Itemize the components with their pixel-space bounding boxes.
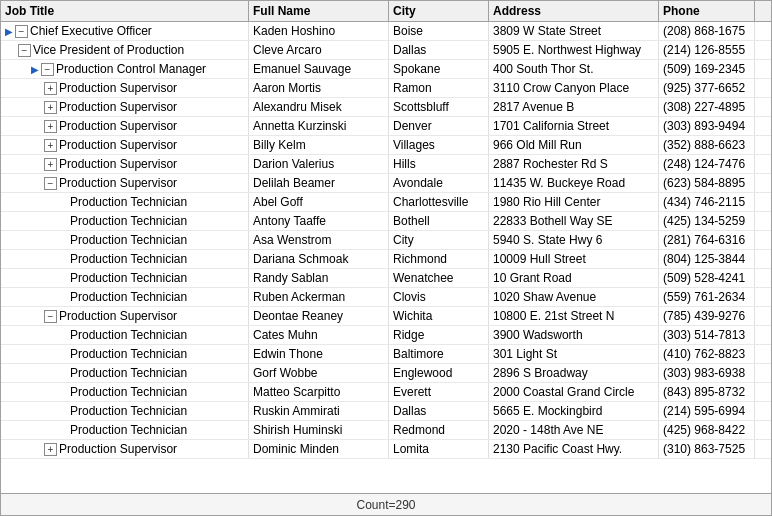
expand-icon[interactable]: + [44,101,57,114]
table-row[interactable]: +Production SupervisorBilly KelmVillages… [1,136,771,155]
city-cell: City [389,231,489,249]
table-row[interactable]: +Production SupervisorAaron MortisRamon3… [1,79,771,98]
header-phone[interactable]: Phone [659,1,755,21]
table-row[interactable]: Production TechnicianGorf WobbeEnglewood… [1,364,771,383]
table-body: ▶−Chief Executive OfficerKaden HoshinoBo… [1,22,771,493]
header-address[interactable]: Address [489,1,659,21]
table-row[interactable]: Production TechnicianAsa WenstromCity594… [1,231,771,250]
phone-cell: (559) 761-2634 [659,288,755,306]
expand-icon[interactable]: + [44,158,57,171]
tree-line [57,347,70,361]
fullname-cell: Deontae Reaney [249,307,389,325]
job-title-text: Production Technician [70,271,187,285]
table-row[interactable]: Production TechnicianCates MuhnRidge3900… [1,326,771,345]
city-cell: Englewood [389,364,489,382]
fullname-cell: Dariana Schmoak [249,250,389,268]
collapse-icon[interactable]: − [18,44,31,57]
count-label: Count=290 [356,498,415,512]
address-cell: 3900 Wadsworth [489,326,659,344]
city-cell: Richmond [389,250,489,268]
table-row[interactable]: Production TechnicianRandy SablanWenatch… [1,269,771,288]
table-row[interactable]: −Vice President of ProductionCleve Arcar… [1,41,771,60]
phone-cell: (785) 439-9276 [659,307,755,325]
fullname-cell: Ruben Ackerman [249,288,389,306]
phone-cell: (410) 762-8823 [659,345,755,363]
table-row[interactable]: Production TechnicianRuben AckermanClovi… [1,288,771,307]
city-cell: Wichita [389,307,489,325]
city-cell: Villages [389,136,489,154]
city-cell: Dallas [389,41,489,59]
phone-cell: (248) 124-7476 [659,155,755,173]
table-row[interactable]: −Production SupervisorDelilah BeamerAvon… [1,174,771,193]
rows-wrapper[interactable]: ▶−Chief Executive OfficerKaden HoshinoBo… [1,22,771,493]
city-cell: Ramon [389,79,489,97]
header-fullname[interactable]: Full Name [249,1,389,21]
header-jobtitle[interactable]: Job Title [1,1,249,21]
fullname-cell: Aaron Mortis [249,79,389,97]
phone-cell: (352) 888-6623 [659,136,755,154]
table-row[interactable]: ▶−Chief Executive OfficerKaden HoshinoBo… [1,22,771,41]
row-indicator-icon: ▶ [5,26,13,37]
table-row[interactable]: ▶−Production Control ManagerEmanuel Sauv… [1,60,771,79]
tree-line [57,328,70,342]
fullname-cell: Delilah Beamer [249,174,389,192]
phone-cell: (434) 746-2115 [659,193,755,211]
address-cell: 1980 Rio Hill Center [489,193,659,211]
phone-cell: (925) 377-6652 [659,79,755,97]
collapse-icon[interactable]: − [44,310,57,323]
table-row[interactable]: Production TechnicianAntony TaaffeBothel… [1,212,771,231]
phone-cell: (308) 227-4895 [659,98,755,116]
collapse-icon[interactable]: − [15,25,28,38]
table-row[interactable]: Production TechnicianEdwin ThoneBaltimor… [1,345,771,364]
table-row[interactable]: Production TechnicianMatteo ScarpittoEve… [1,383,771,402]
job-title-text: Production Supervisor [59,81,177,95]
expand-icon[interactable]: + [44,82,57,95]
address-cell: 2887 Rochester Rd S [489,155,659,173]
job-title-text: Production Technician [70,195,187,209]
address-cell: 2817 Avenue B [489,98,659,116]
job-title-text: Production Supervisor [59,442,177,456]
fullname-cell: Ruskin Ammirati [249,402,389,420]
job-title-text: Production Technician [70,290,187,304]
phone-cell: (303) 983-6938 [659,364,755,382]
city-cell: Boise [389,22,489,40]
phone-cell: (208) 868-1675 [659,22,755,40]
tree-line [57,290,70,304]
tree-line [57,195,70,209]
table-row[interactable]: −Production SupervisorDeontae ReaneyWich… [1,307,771,326]
fullname-cell: Annetta Kurzinski [249,117,389,135]
phone-cell: (303) 893-9494 [659,117,755,135]
address-cell: 5940 S. State Hwy 6 [489,231,659,249]
address-cell: 301 Light St [489,345,659,363]
table-row[interactable]: +Production SupervisorDarion ValeriusHil… [1,155,771,174]
expand-icon[interactable]: + [44,443,57,456]
table-row[interactable]: +Production SupervisorAlexandru MisekSco… [1,98,771,117]
table-row[interactable]: Production TechnicianDariana SchmoakRich… [1,250,771,269]
header-city[interactable]: City [389,1,489,21]
job-title-text: Production Technician [70,423,187,437]
expand-icon[interactable]: + [44,120,57,133]
expand-icon[interactable]: + [44,139,57,152]
main-table: Job Title Full Name City Address Phone ▶… [0,0,772,516]
collapse-icon[interactable]: − [44,177,57,190]
fullname-cell: Asa Wenstrom [249,231,389,249]
address-cell: 2000 Coastal Grand Circle [489,383,659,401]
collapse-icon[interactable]: − [41,63,54,76]
phone-cell: (214) 595-6994 [659,402,755,420]
table-row[interactable]: +Production SupervisorAnnetta KurzinskiD… [1,117,771,136]
table-row[interactable]: Production TechnicianAbel GoffCharlottes… [1,193,771,212]
table-row[interactable]: Production TechnicianRuskin AmmiratiDall… [1,402,771,421]
address-cell: 1701 California Street [489,117,659,135]
job-title-text: Production Technician [70,385,187,399]
city-cell: Redmond [389,421,489,439]
table-row[interactable]: +Production SupervisorDominic MindenLomi… [1,440,771,459]
address-cell: 966 Old Mill Run [489,136,659,154]
tree-line [57,252,70,266]
job-title-text: Production Technician [70,214,187,228]
table-header: Job Title Full Name City Address Phone [1,1,771,22]
table-row[interactable]: Production TechnicianShirish HuminskiRed… [1,421,771,440]
fullname-cell: Abel Goff [249,193,389,211]
fullname-cell: Emanuel Sauvage [249,60,389,78]
city-cell: Charlottesville [389,193,489,211]
tree-line [57,404,70,418]
